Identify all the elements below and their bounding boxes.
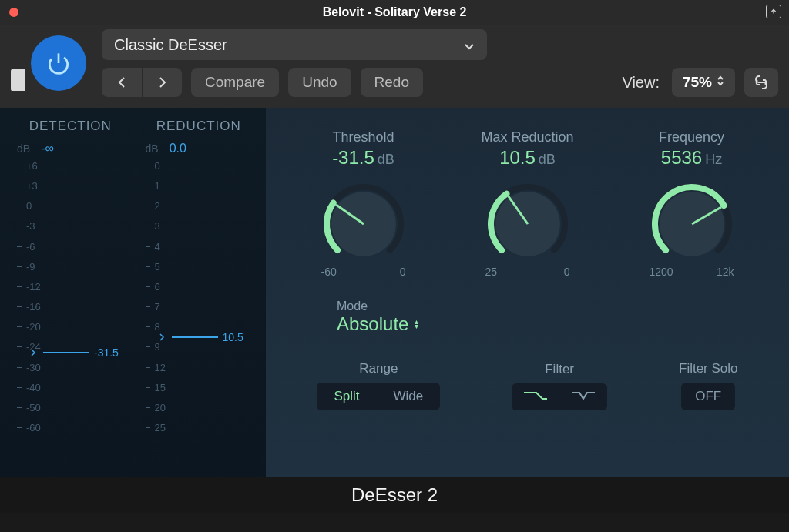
chevron-down-icon [464, 36, 475, 54]
threshold-knob-dial[interactable] [310, 176, 418, 261]
scale-tick: +6 [17, 160, 38, 172]
reduction-value: 0.0 [170, 142, 186, 156]
scale-tick: 5 [146, 261, 160, 273]
max-reduction-knob-dial[interactable] [474, 176, 582, 261]
range-split-button[interactable]: Split [317, 383, 376, 410]
preset-select[interactable]: Classic DeEsser [102, 29, 487, 60]
scale-tick: -9 [17, 261, 35, 273]
scale-tick: 6 [146, 281, 160, 293]
scale-tick: 0 [17, 200, 32, 212]
close-window-button[interactable] [9, 8, 18, 17]
window-title: Belovit - Solitary Verse 2 [323, 5, 467, 19]
mode-label: Mode [337, 299, 774, 313]
max-reduction-knob-range: 250 [485, 266, 570, 278]
reduction-scale[interactable]: 01234567891215202510.5 [146, 160, 259, 437]
filter-label: Filter [512, 362, 607, 377]
threshold-knob-value: -31.5dB [287, 147, 441, 169]
scale-tick: 4 [146, 241, 160, 253]
undo-button[interactable]: Undo [288, 68, 351, 97]
compare-button[interactable]: Compare [191, 68, 279, 97]
scale-tick: -3 [17, 220, 35, 232]
reduction-meter: REDUCTION dB 0.0 01234567891215202510.5 [139, 119, 259, 470]
scale-tick: 12 [146, 362, 166, 373]
view-zoom-stepper[interactable]: 75% [672, 68, 735, 97]
threshold-knob-range: -600 [321, 266, 406, 278]
max-reduction-knob-label: Max Reduction [451, 129, 605, 146]
scale-tick: -12 [17, 281, 41, 293]
range-group: Range Split Wide [317, 361, 440, 410]
controls-panel: Threshold -31.5dB -600 Max Reduction 10.… [266, 108, 789, 477]
scale-tick: -6 [17, 241, 35, 253]
frequency-knob-label: Frequency [615, 129, 769, 146]
scale-tick: 0 [146, 160, 160, 172]
max-reduction-knob-value: 10.5dB [451, 147, 605, 169]
window-titlebar: Belovit - Solitary Verse 2 [0, 0, 789, 25]
scale-tick: -16 [17, 301, 41, 313]
detection-value: -∞ [41, 142, 54, 156]
scale-tick: 25 [146, 422, 166, 433]
plugin-body: DETECTION dB -∞ +6+30-3-6-9-12-16-20-24-… [0, 108, 789, 477]
frequency-knob-value: 5536Hz [615, 147, 769, 169]
view-zoom-value: 75% [683, 74, 712, 91]
scale-tick: -40 [17, 382, 41, 393]
scale-tick: 7 [146, 301, 160, 313]
max-reduction-knob[interactable]: Max Reduction 10.5dB 250 [451, 129, 605, 278]
power-button[interactable] [31, 35, 86, 91]
scale-tick: -20 [17, 321, 41, 333]
threshold-knob[interactable]: Threshold -31.5dB -600 [287, 129, 441, 278]
scale-tick: 2 [146, 200, 160, 212]
side-tab[interactable] [11, 69, 25, 91]
filter-solo-group: Filter Solo OFF [679, 361, 738, 410]
scale-tick: 20 [146, 402, 166, 413]
scale-tick: +3 [17, 180, 38, 192]
reduction-unit: dB [146, 142, 159, 155]
scale-tick: 9 [146, 341, 160, 353]
plugin-toolbar: Classic DeEsser Compare Undo Redo View: … [0, 25, 789, 108]
link-button[interactable] [744, 68, 778, 97]
threshold-marker[interactable]: -31.5 [31, 346, 119, 359]
scale-tick: 8 [146, 321, 160, 333]
plugin-name-footer: DeEsser 2 [0, 477, 789, 513]
filter-shelf-button[interactable] [512, 383, 559, 410]
preset-nav-group [102, 68, 182, 97]
range-wide-button[interactable]: Wide [377, 383, 441, 410]
detection-unit: dB [17, 142, 30, 155]
prev-preset-button[interactable] [102, 68, 142, 97]
scale-tick: -60 [17, 422, 41, 433]
reduction-title: REDUCTION [139, 119, 259, 134]
sidebar-toggle-button[interactable] [766, 5, 781, 18]
detection-title: DETECTION [11, 119, 130, 134]
frequency-knob-range: 120012k [650, 266, 734, 278]
detection-scale[interactable]: +6+30-3-6-9-12-16-20-24-30-40-50-60-31.5 [17, 160, 130, 437]
stepper-icon: ▴▾ [415, 320, 418, 329]
meters-panel: DETECTION dB -∞ +6+30-3-6-9-12-16-20-24-… [0, 108, 266, 477]
scale-tick: 3 [146, 220, 160, 232]
scale-tick: -50 [17, 402, 41, 413]
filter-solo-button[interactable]: OFF [681, 383, 735, 410]
threshold-marker[interactable]: 10.5 [159, 331, 243, 343]
stepper-icon [717, 74, 724, 91]
filter-notch-button[interactable] [559, 383, 607, 410]
frequency-knob[interactable]: Frequency 5536Hz 120012k [615, 129, 769, 278]
filter-group: Filter [512, 362, 607, 410]
next-preset-button[interactable] [142, 68, 182, 97]
threshold-knob-label: Threshold [287, 129, 441, 146]
scale-tick: -30 [17, 362, 41, 373]
frequency-knob-dial[interactable] [638, 176, 746, 261]
view-label: View: [622, 74, 660, 92]
filter-solo-label: Filter Solo [679, 361, 738, 376]
redo-button[interactable]: Redo [361, 68, 423, 97]
scale-tick: 15 [146, 382, 166, 393]
range-label: Range [317, 361, 440, 376]
scale-tick: 1 [146, 180, 160, 192]
detection-meter: DETECTION dB -∞ +6+30-3-6-9-12-16-20-24-… [11, 119, 130, 470]
preset-name: Classic DeEsser [114, 36, 227, 54]
mode-selector[interactable]: Mode Absolute ▴▾ [337, 299, 774, 335]
mode-value: Absolute [337, 313, 408, 335]
